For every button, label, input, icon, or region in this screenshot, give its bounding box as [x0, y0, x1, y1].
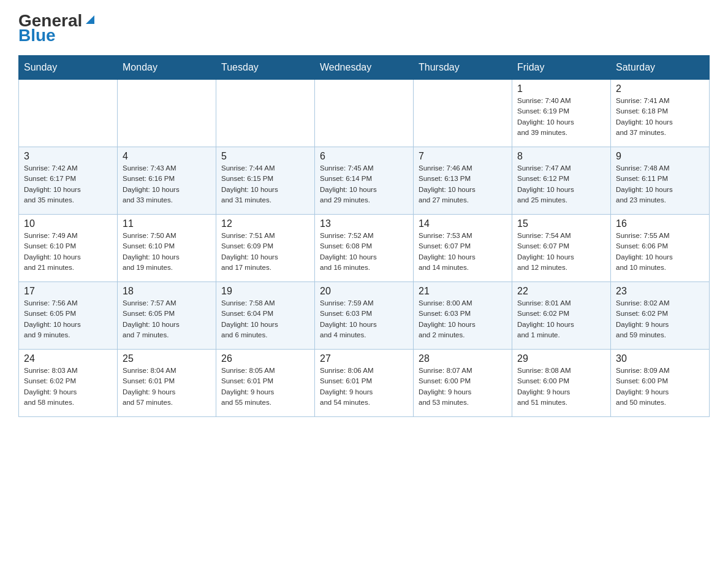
day-info: Sunrise: 8:02 AM Sunset: 6:02 PM Dayligh… — [616, 298, 704, 340]
day-info: Sunrise: 7:49 AM Sunset: 6:10 PM Dayligh… — [24, 231, 112, 273]
day-info: Sunrise: 7:58 AM Sunset: 6:04 PM Dayligh… — [221, 298, 309, 340]
calendar-cell: 27Sunrise: 8:06 AM Sunset: 6:01 PM Dayli… — [315, 350, 414, 417]
day-number: 8 — [517, 151, 605, 162]
calendar-cell: 16Sunrise: 7:55 AM Sunset: 6:06 PM Dayli… — [611, 215, 710, 282]
column-header-monday: Monday — [118, 56, 216, 80]
day-info: Sunrise: 8:06 AM Sunset: 6:01 PM Dayligh… — [320, 366, 408, 408]
calendar-cell: 28Sunrise: 8:07 AM Sunset: 6:00 PM Dayli… — [414, 350, 512, 417]
calendar-cell: 20Sunrise: 7:59 AM Sunset: 6:03 PM Dayli… — [315, 282, 414, 350]
logo-blue-text: Blue — [18, 26, 56, 45]
day-number: 28 — [419, 353, 507, 364]
day-info: Sunrise: 7:52 AM Sunset: 6:08 PM Dayligh… — [320, 231, 408, 273]
day-number: 20 — [320, 286, 408, 297]
day-info: Sunrise: 8:00 AM Sunset: 6:03 PM Dayligh… — [419, 298, 507, 340]
day-info: Sunrise: 8:07 AM Sunset: 6:00 PM Dayligh… — [419, 366, 507, 408]
day-number: 14 — [419, 218, 507, 229]
day-info: Sunrise: 7:46 AM Sunset: 6:13 PM Dayligh… — [419, 163, 507, 205]
svg-marker-0 — [86, 15, 94, 24]
calendar-cell: 25Sunrise: 8:04 AM Sunset: 6:01 PM Dayli… — [118, 350, 216, 417]
day-info: Sunrise: 8:05 AM Sunset: 6:01 PM Dayligh… — [221, 366, 309, 408]
day-info: Sunrise: 8:01 AM Sunset: 6:02 PM Dayligh… — [517, 298, 605, 340]
day-number: 30 — [616, 353, 704, 364]
calendar-cell: 4Sunrise: 7:43 AM Sunset: 6:16 PM Daylig… — [118, 147, 216, 215]
column-header-wednesday: Wednesday — [315, 56, 414, 80]
calendar-cell — [414, 80, 512, 147]
day-info: Sunrise: 7:53 AM Sunset: 6:07 PM Dayligh… — [419, 231, 507, 273]
day-number: 9 — [616, 151, 704, 162]
calendar-cell: 7Sunrise: 7:46 AM Sunset: 6:13 PM Daylig… — [414, 147, 512, 215]
calendar-week-row: 24Sunrise: 8:03 AM Sunset: 6:02 PM Dayli… — [19, 350, 710, 417]
day-number: 16 — [616, 218, 704, 229]
calendar-cell — [315, 80, 414, 147]
day-number: 11 — [123, 218, 211, 229]
day-info: Sunrise: 8:03 AM Sunset: 6:02 PM Dayligh… — [24, 366, 112, 408]
calendar-table: SundayMondayTuesdayWednesdayThursdayFrid… — [18, 55, 710, 417]
logo: General Blue — [18, 12, 97, 45]
calendar-cell: 9Sunrise: 7:48 AM Sunset: 6:11 PM Daylig… — [611, 147, 710, 215]
day-info: Sunrise: 8:08 AM Sunset: 6:00 PM Dayligh… — [517, 366, 605, 408]
day-number: 12 — [221, 218, 309, 229]
day-number: 13 — [320, 218, 408, 229]
day-number: 29 — [517, 353, 605, 364]
day-info: Sunrise: 7:47 AM Sunset: 6:12 PM Dayligh… — [517, 163, 605, 205]
day-number: 17 — [24, 286, 112, 297]
day-info: Sunrise: 7:41 AM Sunset: 6:18 PM Dayligh… — [616, 96, 704, 138]
calendar-week-row: 10Sunrise: 7:49 AM Sunset: 6:10 PM Dayli… — [19, 215, 710, 282]
day-info: Sunrise: 8:04 AM Sunset: 6:01 PM Dayligh… — [123, 366, 211, 408]
day-number: 4 — [123, 151, 211, 162]
calendar-cell: 15Sunrise: 7:54 AM Sunset: 6:07 PM Dayli… — [512, 215, 611, 282]
day-info: Sunrise: 7:42 AM Sunset: 6:17 PM Dayligh… — [24, 163, 112, 205]
day-info: Sunrise: 7:43 AM Sunset: 6:16 PM Dayligh… — [123, 163, 211, 205]
calendar-cell: 21Sunrise: 8:00 AM Sunset: 6:03 PM Dayli… — [414, 282, 512, 350]
calendar-cell: 18Sunrise: 7:57 AM Sunset: 6:05 PM Dayli… — [118, 282, 216, 350]
calendar-cell: 2Sunrise: 7:41 AM Sunset: 6:18 PM Daylig… — [611, 80, 710, 147]
calendar-cell: 3Sunrise: 7:42 AM Sunset: 6:17 PM Daylig… — [19, 147, 118, 215]
day-number: 1 — [517, 83, 605, 94]
day-number: 21 — [419, 286, 507, 297]
calendar-header-row: SundayMondayTuesdayWednesdayThursdayFrid… — [19, 56, 710, 80]
day-number: 25 — [123, 353, 211, 364]
day-number: 2 — [616, 83, 704, 94]
calendar-cell — [19, 80, 118, 147]
calendar-cell: 30Sunrise: 8:09 AM Sunset: 6:00 PM Dayli… — [611, 350, 710, 417]
calendar-cell: 8Sunrise: 7:47 AM Sunset: 6:12 PM Daylig… — [512, 147, 611, 215]
day-info: Sunrise: 7:57 AM Sunset: 6:05 PM Dayligh… — [123, 298, 211, 340]
day-number: 15 — [517, 218, 605, 229]
calendar-cell: 13Sunrise: 7:52 AM Sunset: 6:08 PM Dayli… — [315, 215, 414, 282]
day-number: 27 — [320, 353, 408, 364]
calendar-cell: 23Sunrise: 8:02 AM Sunset: 6:02 PM Dayli… — [611, 282, 710, 350]
calendar-cell: 19Sunrise: 7:58 AM Sunset: 6:04 PM Dayli… — [216, 282, 315, 350]
calendar-cell: 11Sunrise: 7:50 AM Sunset: 6:10 PM Dayli… — [118, 215, 216, 282]
day-info: Sunrise: 7:54 AM Sunset: 6:07 PM Dayligh… — [517, 231, 605, 273]
logo-triangle-icon — [83, 13, 97, 26]
day-number: 10 — [24, 218, 112, 229]
calendar-cell: 5Sunrise: 7:44 AM Sunset: 6:15 PM Daylig… — [216, 147, 315, 215]
calendar-cell — [118, 80, 216, 147]
column-header-sunday: Sunday — [19, 56, 118, 80]
day-info: Sunrise: 7:45 AM Sunset: 6:14 PM Dayligh… — [320, 163, 408, 205]
day-info: Sunrise: 7:44 AM Sunset: 6:15 PM Dayligh… — [221, 163, 309, 205]
calendar-cell: 29Sunrise: 8:08 AM Sunset: 6:00 PM Dayli… — [512, 350, 611, 417]
day-number: 26 — [221, 353, 309, 364]
day-number: 24 — [24, 353, 112, 364]
day-info: Sunrise: 7:59 AM Sunset: 6:03 PM Dayligh… — [320, 298, 408, 340]
calendar-cell: 26Sunrise: 8:05 AM Sunset: 6:01 PM Dayli… — [216, 350, 315, 417]
calendar-week-row: 3Sunrise: 7:42 AM Sunset: 6:17 PM Daylig… — [19, 147, 710, 215]
column-header-tuesday: Tuesday — [216, 56, 315, 80]
day-number: 6 — [320, 151, 408, 162]
calendar-cell — [216, 80, 315, 147]
calendar-cell: 6Sunrise: 7:45 AM Sunset: 6:14 PM Daylig… — [315, 147, 414, 215]
calendar-week-row: 1Sunrise: 7:40 AM Sunset: 6:19 PM Daylig… — [19, 80, 710, 147]
day-number: 19 — [221, 286, 309, 297]
column-header-friday: Friday — [512, 56, 611, 80]
day-info: Sunrise: 7:40 AM Sunset: 6:19 PM Dayligh… — [517, 96, 605, 138]
day-number: 22 — [517, 286, 605, 297]
day-number: 7 — [419, 151, 507, 162]
calendar-cell: 24Sunrise: 8:03 AM Sunset: 6:02 PM Dayli… — [19, 350, 118, 417]
day-number: 23 — [616, 286, 704, 297]
calendar-cell: 22Sunrise: 8:01 AM Sunset: 6:02 PM Dayli… — [512, 282, 611, 350]
calendar-cell: 10Sunrise: 7:49 AM Sunset: 6:10 PM Dayli… — [19, 215, 118, 282]
column-header-saturday: Saturday — [611, 56, 710, 80]
day-info: Sunrise: 7:56 AM Sunset: 6:05 PM Dayligh… — [24, 298, 112, 340]
day-info: Sunrise: 7:48 AM Sunset: 6:11 PM Dayligh… — [616, 163, 704, 205]
